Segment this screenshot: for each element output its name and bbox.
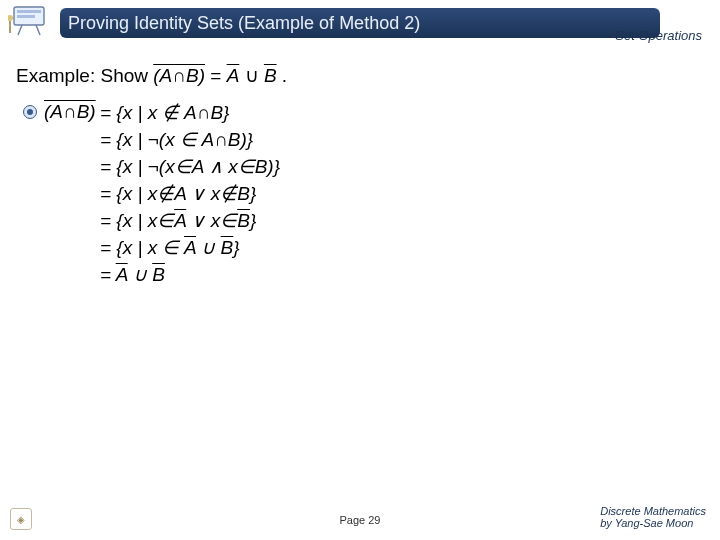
presentation-board-icon xyxy=(6,2,54,38)
example-cup: ∪ xyxy=(245,65,264,86)
proof-step: = {x | ¬(x ∈ A∩B)} xyxy=(100,128,280,151)
svg-point-8 xyxy=(27,109,33,115)
title-bar: Proving Identity Sets (Example of Method… xyxy=(60,8,660,38)
example-rhs-b: B xyxy=(264,65,277,86)
proof-step: = A ∪ B xyxy=(100,263,280,286)
section-label: Set Operations xyxy=(615,28,702,43)
step-text: = {x | x∉A ∨ x∉B} xyxy=(100,183,256,204)
step-over: A xyxy=(116,264,128,285)
step-text: = {x | x ∈ xyxy=(100,237,184,258)
step-text: } xyxy=(233,237,239,258)
proof-step: = {x | x ∈ A ∪ B} xyxy=(100,236,280,259)
svg-line-4 xyxy=(36,25,40,35)
slide-title: Proving Identity Sets (Example of Method… xyxy=(68,13,420,34)
university-seal-icon: ◈ xyxy=(10,508,32,530)
seal-icon xyxy=(16,104,44,120)
example-statement: Example: Show (A∩B) = A ∪ B . xyxy=(16,64,704,87)
step-text: ∪ xyxy=(128,264,153,285)
credit-line: Discrete Mathematics xyxy=(600,505,706,518)
page-number: Page 29 xyxy=(340,514,381,526)
svg-rect-1 xyxy=(17,10,41,13)
step-over: B xyxy=(221,237,234,258)
step-text: = {x | x∈ xyxy=(100,210,174,231)
proof-lhs-text: (A∩B) xyxy=(44,101,96,122)
example-eq: = xyxy=(210,65,221,86)
step-text: = {x | ¬(x ∈ A∩B)} xyxy=(100,129,253,150)
proof-step: = {x | x∉A ∨ x∉B} xyxy=(100,182,280,205)
example-period: . xyxy=(282,65,287,86)
step-text: ∨ x∈ xyxy=(186,210,237,231)
step-text: = {x | ¬(x∈A ∧ x∈B)} xyxy=(100,156,280,177)
example-rhs-a: A xyxy=(227,65,240,86)
step-text: = xyxy=(100,264,116,285)
proof-lhs: (A∩B) xyxy=(44,101,100,123)
step-over: B xyxy=(237,210,250,231)
step-text: } xyxy=(250,210,256,231)
proof-steps: = {x | x ∉ A∩B} = {x | ¬(x ∈ A∩B)} = {x … xyxy=(100,101,280,286)
svg-rect-2 xyxy=(17,15,35,18)
step-over: A xyxy=(174,210,186,231)
example-lhs: (A∩B) xyxy=(153,65,205,86)
footer: ◈ Page 29 Discrete Mathematics by Yang-S… xyxy=(0,506,720,534)
step-over: B xyxy=(152,264,165,285)
proof-step: = {x | x∈A ∨ x∈B} xyxy=(100,209,280,232)
example-prefix: Example: Show xyxy=(16,65,153,86)
step-text: = {x | x ∉ A∩B} xyxy=(100,102,229,123)
proof-step: = {x | x ∉ A∩B} xyxy=(100,101,280,124)
proof-step: = {x | ¬(x∈A ∧ x∈B)} xyxy=(100,155,280,178)
credit-block: Discrete Mathematics by Yang-Sae Moon xyxy=(600,505,706,530)
step-over: A xyxy=(184,237,196,258)
credit-line: by Yang-Sae Moon xyxy=(600,517,706,530)
proof-block: (A∩B) = {x | x ∉ A∩B} = {x | ¬(x ∈ A∩B)}… xyxy=(16,101,704,286)
svg-line-3 xyxy=(18,25,22,35)
step-text: ∪ xyxy=(196,237,221,258)
content-area: Example: Show (A∩B) = A ∪ B . (A∩B) = {x… xyxy=(16,58,704,498)
svg-point-5 xyxy=(8,15,13,21)
